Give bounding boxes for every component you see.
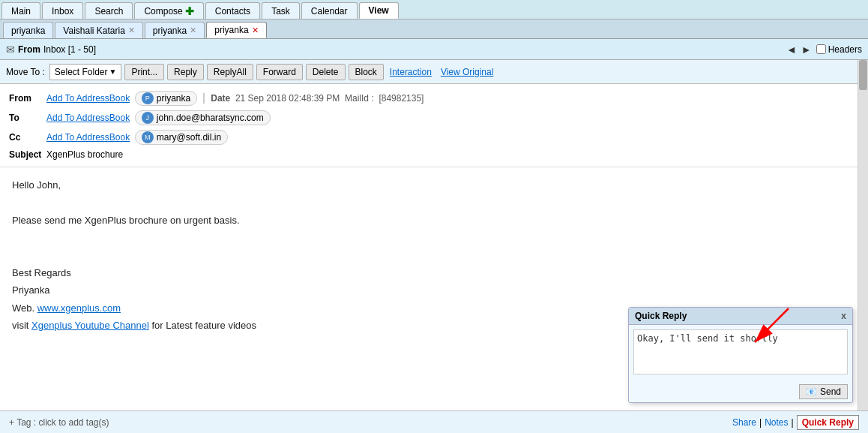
close-tab-priyanka2[interactable]: ✕ <box>190 26 196 35</box>
bottom-bar: + Tag : click to add tag(s) Share | Note… <box>0 410 868 433</box>
view-original-button[interactable]: View Original <box>438 65 496 79</box>
to-add-addressbook-link[interactable]: Add To AddressBook <box>46 113 130 123</box>
date-value: 21 Sep 2018 02:48:39 PM <box>235 93 340 104</box>
to-field-label: To <box>9 113 46 123</box>
tab-compose[interactable]: Compose ✚ <box>134 2 203 19</box>
scrollbar-track[interactable] <box>858 60 868 410</box>
headers-label: Headers <box>828 44 862 55</box>
sub-tab-priyanka2[interactable]: priyanka ✕ <box>145 22 205 38</box>
tag-label[interactable]: + Tag : click to add tag(s) <box>9 417 109 428</box>
headers-checkbox-group: Headers <box>816 44 862 55</box>
top-tabs: Main Inbox Search Compose ✚ Contacts Tas… <box>0 0 868 20</box>
cc-add-addressbook-link[interactable]: Add To AddressBook <box>46 132 130 143</box>
close-tab-vaishali[interactable]: ✕ <box>128 26 135 35</box>
cc-row: Cc Add To AddressBook M mary@soft.dil.in <box>9 128 859 147</box>
notes-link[interactable]: Notes <box>765 417 788 428</box>
from-field-label: From <box>9 93 46 104</box>
quick-reply-bottom-button[interactable]: Quick Reply <box>797 415 859 430</box>
from-avatar-chip: P priyanka <box>135 91 197 106</box>
cc-field-label: Cc <box>9 132 46 143</box>
from-name: priyanka <box>157 93 190 104</box>
email-content: From Add To AddressBook P priyanka Date … <box>0 84 868 410</box>
mail-icon: ✉ <box>6 44 15 56</box>
tab-calendar[interactable]: Calendar <box>301 2 358 19</box>
move-to-label: Move To : <box>6 67 45 77</box>
sub-tab-priyanka1[interactable]: priyanka <box>3 22 53 38</box>
body-regards: Best Regards <box>12 264 856 281</box>
scrollbar-thumb[interactable] <box>859 60 867 90</box>
body-main: Please send me XgenPlus brochure on urge… <box>12 212 856 229</box>
body-greeting: Hello John, <box>12 176 856 194</box>
reply-button[interactable]: Reply <box>167 64 204 80</box>
to-avatar-icon: J <box>142 112 154 124</box>
youtube-link[interactable]: Xgenplus Youtube Channel <box>31 320 149 331</box>
tab-search[interactable]: Search <box>85 2 133 19</box>
compose-plus-icon: ✚ <box>185 5 194 17</box>
to-row: To Add To AddressBook J john.doe@bharats… <box>9 108 859 128</box>
tab-contacts[interactable]: Contacts <box>205 2 260 19</box>
select-folder-dropdown[interactable]: Select Folder ▼ <box>49 64 122 80</box>
quick-reply-panel: Quick Reply x 📧 Send <box>628 307 853 403</box>
date-label: Date <box>211 93 230 104</box>
date-info: Date 21 Sep 2018 02:48:39 PM MailId : [8… <box>203 93 424 104</box>
tab-main[interactable]: Main <box>1 2 40 19</box>
to-email: john.doe@bharatsync.com <box>157 113 264 123</box>
quick-reply-header: Quick Reply x <box>629 308 852 325</box>
mail-id-label: MailId : <box>345 93 374 104</box>
inbox-range: Inbox [1 - 50] <box>43 44 96 55</box>
main-wrapper: Main Inbox Search Compose ✚ Contacts Tas… <box>0 0 868 433</box>
quick-reply-footer: 📧 Send <box>629 381 852 402</box>
interaction-button[interactable]: Interaction <box>387 65 435 79</box>
select-folder-label: Select Folder <box>55 67 108 77</box>
sub-tabs: priyanka Vaishali Kataria ✕ priyanka ✕ p… <box>0 20 868 39</box>
close-tab-priyanka3[interactable]: ✕ <box>252 26 259 35</box>
from-row: From Add To AddressBook P priyanka Date … <box>9 89 859 108</box>
send-button[interactable]: 📧 Send <box>799 384 848 399</box>
delete-button[interactable]: Delete <box>306 64 346 80</box>
send-icon: 📧 <box>806 386 817 397</box>
next-arrow[interactable]: ► <box>801 44 812 56</box>
inbox-header: ✉ From Inbox [1 - 50] ◄ ► Headers <box>0 39 868 60</box>
dropdown-arrow-icon: ▼ <box>109 68 117 76</box>
tab-view[interactable]: View <box>359 2 399 19</box>
cc-email: mary@soft.dil.in <box>157 132 221 143</box>
mail-id-value: [84982135] <box>379 93 424 104</box>
website-link[interactable]: www.xgenplus.com <box>37 302 121 314</box>
from-add-addressbook-link[interactable]: Add To AddressBook <box>46 93 130 104</box>
action-bar: Move To : Select Folder ▼ Print... Reply… <box>0 60 868 84</box>
email-metadata: From Add To AddressBook P priyanka Date … <box>0 84 868 167</box>
bottom-right-actions: Share | Notes | Quick Reply <box>732 415 859 430</box>
quick-reply-textarea[interactable] <box>633 329 848 374</box>
share-link[interactable]: Share <box>732 417 756 428</box>
sub-tab-vaishali[interactable]: Vaishali Kataria ✕ <box>55 22 143 38</box>
pipe-separator-2: | <box>792 417 794 428</box>
quick-reply-close-button[interactable]: x <box>841 311 846 321</box>
from-avatar-icon: P <box>142 92 154 104</box>
print-button[interactable]: Print... <box>124 64 164 80</box>
visit-prefix: visit <box>12 320 31 331</box>
web-prefix: Web. <box>12 302 37 314</box>
subject-value: XgenPlus brochure <box>46 149 123 160</box>
inbox-header-left: ✉ From Inbox [1 - 50] <box>6 44 96 56</box>
send-label: Send <box>820 386 841 397</box>
body-name: Priyanka <box>12 281 856 299</box>
quick-reply-body <box>629 325 852 381</box>
cc-avatar-icon: M <box>142 131 154 143</box>
tab-task[interactable]: Task <box>262 2 300 19</box>
headers-checkbox[interactable] <box>816 44 826 54</box>
sub-tab-priyanka3[interactable]: priyanka ✕ <box>206 22 266 38</box>
visit-suffix: for Latest feature videos <box>149 320 256 331</box>
tab-inbox[interactable]: Inbox <box>42 2 83 19</box>
quick-reply-title: Quick Reply <box>635 311 687 321</box>
block-button[interactable]: Block <box>349 64 384 80</box>
forward-button[interactable]: Forward <box>256 64 303 80</box>
prev-arrow[interactable]: ◄ <box>786 44 797 56</box>
to-avatar-chip: J john.doe@bharatsync.com <box>135 110 271 125</box>
inbox-header-right: ◄ ► Headers <box>786 44 862 56</box>
cc-avatar-chip: M mary@soft.dil.in <box>135 130 228 145</box>
subject-field-label: Subject <box>9 149 46 160</box>
pipe-separator-1: | <box>759 417 762 428</box>
reply-all-button[interactable]: ReplyAll <box>207 64 253 80</box>
from-label: From <box>18 44 40 55</box>
subject-row: Subject XgenPlus brochure <box>9 147 859 162</box>
